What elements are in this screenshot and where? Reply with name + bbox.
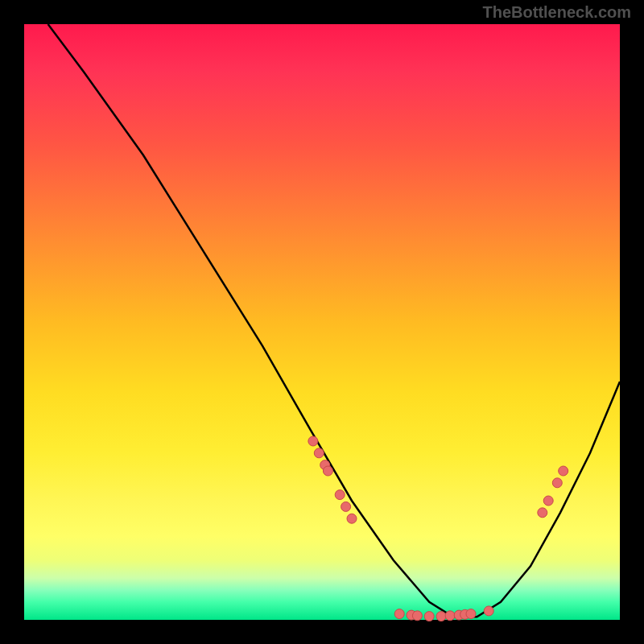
data-marker <box>559 466 568 476</box>
data-marker <box>335 490 345 500</box>
chart-svg <box>24 24 620 620</box>
data-marker <box>436 612 446 621</box>
data-marker <box>484 606 493 616</box>
data-marker <box>538 508 547 518</box>
data-marker <box>308 436 318 446</box>
data-marker <box>394 609 404 619</box>
data-marker <box>412 611 422 621</box>
data-marker <box>341 502 351 511</box>
data-marker <box>323 466 332 476</box>
data-marker <box>466 609 476 619</box>
bottleneck-curve <box>48 24 620 617</box>
data-marker <box>424 612 434 621</box>
data-marker <box>314 448 324 458</box>
data-marker <box>445 611 455 621</box>
chart-plot-area <box>24 24 620 620</box>
data-marker <box>347 514 357 523</box>
data-marker <box>552 478 562 488</box>
data-marker <box>543 496 553 506</box>
watermark-text: TheBottleneck.com <box>483 3 631 22</box>
data-markers <box>308 436 568 621</box>
